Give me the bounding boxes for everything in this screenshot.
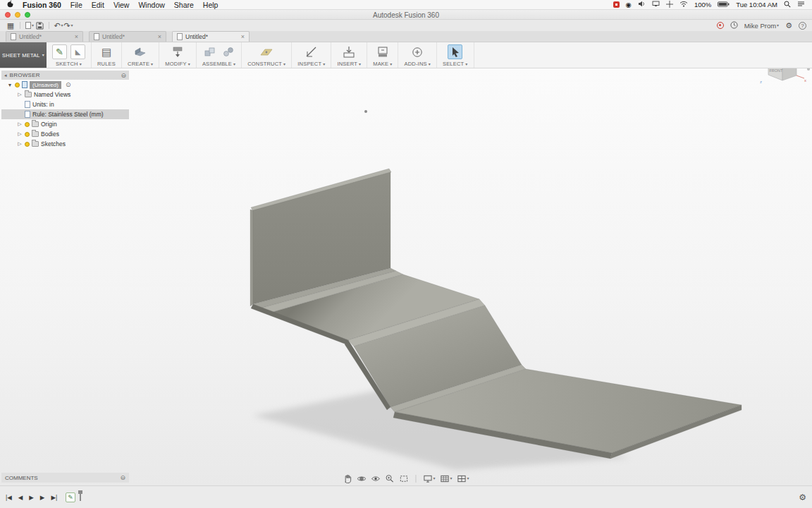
browser-item-origin[interactable]: ▷ Origin: [1, 119, 129, 129]
comments-bar[interactable]: COMMENTS ⊖: [1, 473, 129, 483]
timeline-settings-gear-icon[interactable]: ⚙: [799, 492, 806, 502]
timeline-skip-end-button[interactable]: ▶|: [51, 494, 57, 501]
job-status-clock-icon[interactable]: [730, 21, 738, 30]
menu-item-share[interactable]: Share: [174, 1, 194, 9]
record-indicator-icon[interactable]: ◉: [626, 1, 632, 8]
battery-percentage: 100%: [694, 1, 711, 8]
make-menu[interactable]: MAKE▾: [373, 61, 392, 67]
live-review-record-icon[interactable]: [717, 22, 724, 29]
select-menu[interactable]: SELECT▾: [443, 61, 468, 67]
browser-item-units[interactable]: Units: in: [1, 99, 129, 109]
window-titlebar: Autodesk Fusion 360: [0, 10, 812, 20]
timeline-step-back-button[interactable]: ◀: [18, 494, 23, 501]
menu-app-name[interactable]: Fusion 360: [23, 1, 61, 9]
viewports-icon[interactable]: ▾: [457, 474, 469, 483]
notification-center-icon[interactable]: [797, 1, 805, 8]
menubar-clock[interactable]: Tue 10:04 AM: [736, 1, 777, 8]
create-sketch-icon[interactable]: ✎: [52, 44, 67, 59]
apple-menu-icon[interactable]: [7, 0, 13, 9]
make-3d-print-icon[interactable]: [375, 44, 390, 59]
close-tab-icon[interactable]: ×: [75, 33, 78, 40]
add-ins-icon[interactable]: [410, 44, 425, 59]
spotlight-search-icon[interactable]: [784, 1, 791, 9]
workspace-selector[interactable]: SHEET METAL ▾: [0, 42, 47, 68]
create-menu[interactable]: CREATE▾: [128, 61, 153, 67]
document-tab-2[interactable]: Untitled* ×: [89, 31, 166, 42]
browser-item-rule[interactable]: Rule: Stainless Steel (mm): [1, 109, 129, 119]
timeline-step-forward-button[interactable]: ▶: [40, 494, 45, 501]
sheet-metal-rules-icon[interactable]: ▤: [99, 44, 114, 59]
visibility-bulb-icon[interactable]: [15, 83, 20, 87]
settings-gear-icon[interactable]: ⚙: [785, 21, 792, 30]
pan-icon[interactable]: [343, 474, 352, 483]
browser-item-named-views[interactable]: ▷ Named Views: [1, 90, 129, 99]
display-mirroring-icon[interactable]: [652, 1, 660, 8]
browser-item-sketches[interactable]: ▷ Sketches: [1, 139, 129, 149]
keyboard-brightness-icon[interactable]: [666, 1, 673, 9]
expand-icon[interactable]: ▷: [17, 121, 23, 127]
timeline-bar: |◀ ◀ ▶ ▶ ▶| ✎ ⚙: [0, 485, 812, 508]
file-menu-button[interactable]: ▾: [25, 20, 35, 30]
undo-button[interactable]: ↶▾: [54, 20, 63, 30]
modify-menu[interactable]: MODIFY▾: [165, 61, 190, 67]
orbit-icon[interactable]: [357, 474, 366, 483]
expand-icon[interactable]: ▷: [17, 141, 23, 147]
user-account-menu[interactable]: Mike Prom▾: [744, 20, 779, 30]
fit-view-icon[interactable]: [399, 474, 408, 483]
rules-button[interactable]: RULES: [97, 61, 116, 67]
collapse-browser-icon[interactable]: ⊖: [121, 72, 126, 79]
close-tab-icon[interactable]: ×: [158, 33, 161, 40]
timeline-position-marker[interactable]: [78, 490, 83, 504]
browser-header[interactable]: ◂ BROWSER ⊖: [1, 71, 129, 80]
collapse-panel-icon[interactable]: ◂: [4, 73, 7, 78]
help-icon[interactable]: ?: [799, 22, 806, 30]
inspect-menu[interactable]: INSPECT▾: [297, 61, 325, 67]
menu-item-view[interactable]: View: [113, 1, 130, 9]
timeline-skip-start-button[interactable]: |◀: [6, 494, 12, 501]
display-settings-icon[interactable]: ▾: [423, 474, 435, 483]
visibility-bulb-icon[interactable]: [25, 132, 30, 137]
menu-item-file[interactable]: File: [70, 1, 82, 9]
measure-icon[interactable]: [304, 44, 319, 59]
volume-icon[interactable]: [638, 1, 646, 8]
insert-menu[interactable]: INSERT▾: [337, 61, 361, 67]
timeline-sketch-feature[interactable]: ✎: [66, 492, 75, 502]
browser-item-bodies[interactable]: ▷ Bodies: [1, 129, 129, 139]
joint-icon[interactable]: [221, 44, 235, 59]
wifi-icon[interactable]: [679, 1, 688, 8]
zoom-icon[interactable]: [385, 474, 394, 483]
expand-icon[interactable]: ▷: [17, 131, 23, 137]
activate-component-icon[interactable]: ⊙: [66, 81, 71, 88]
assemble-menu[interactable]: ASSEMBLE▾: [202, 61, 235, 67]
visibility-bulb-icon[interactable]: [25, 122, 30, 127]
collapse-comments-icon[interactable]: ⊖: [120, 474, 125, 481]
screen-record-stop-icon[interactable]: [613, 1, 620, 8]
save-button[interactable]: [35, 20, 44, 30]
project-geometry-icon[interactable]: ◣: [70, 44, 85, 59]
sketch-menu[interactable]: SKETCH▾: [56, 61, 82, 67]
document-tab-3-active[interactable]: Untitled* ×: [172, 31, 250, 42]
expand-icon[interactable]: ▷: [17, 92, 23, 97]
redo-button[interactable]: ↷▾: [63, 20, 73, 30]
menu-item-help[interactable]: Help: [203, 1, 219, 9]
browser-root-row[interactable]: ▼ (Unsaved) ⊙: [1, 80, 129, 90]
flange-icon[interactable]: [133, 44, 148, 59]
axis-x-label: x: [804, 78, 806, 83]
visibility-bulb-icon[interactable]: [25, 142, 30, 147]
document-tab-1[interactable]: Untitled* ×: [6, 31, 83, 42]
data-panel-toggle-icon[interactable]: ▦: [6, 20, 16, 30]
grid-and-snaps-icon[interactable]: ▾: [440, 474, 452, 483]
expand-collapse-icon[interactable]: ▼: [7, 83, 13, 87]
timeline-play-button[interactable]: ▶: [29, 494, 34, 501]
construct-menu[interactable]: CONSTRUCT▾: [247, 61, 285, 67]
insert-icon[interactable]: [342, 44, 357, 59]
select-tool-icon[interactable]: [448, 44, 462, 59]
construction-plane-icon[interactable]: [259, 44, 274, 59]
menu-item-window[interactable]: Window: [138, 1, 164, 9]
add-ins-menu[interactable]: ADD-INS▾: [404, 61, 430, 67]
look-at-icon[interactable]: [371, 474, 380, 483]
close-tab-icon[interactable]: ×: [241, 33, 245, 40]
unfold-icon[interactable]: [171, 44, 185, 59]
menu-item-edit[interactable]: Edit: [92, 1, 104, 9]
new-component-icon[interactable]: [202, 44, 217, 59]
